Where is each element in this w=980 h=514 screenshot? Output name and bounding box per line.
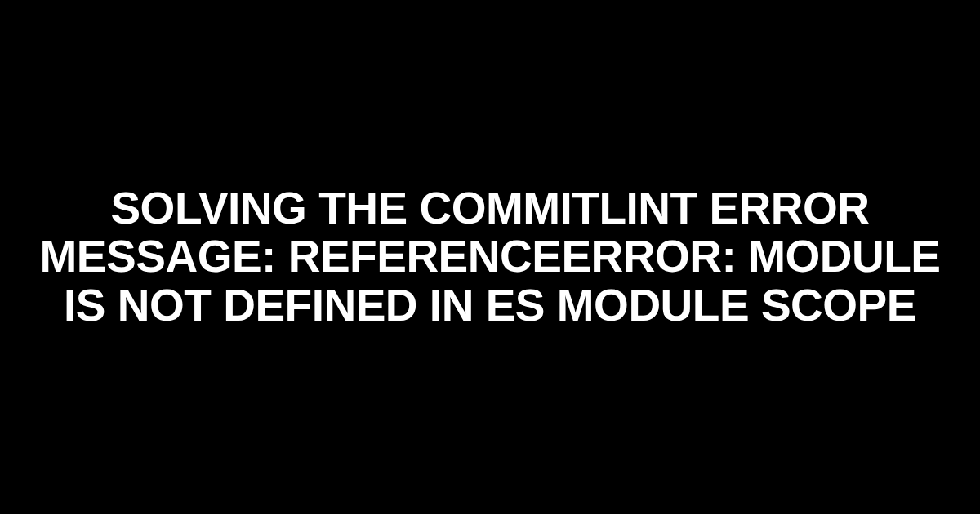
title-container: SOLVING THE COMMITLINT ERROR MESSAGE: RE…: [0, 184, 980, 330]
page-title: SOLVING THE COMMITLINT ERROR MESSAGE: RE…: [33, 184, 947, 330]
